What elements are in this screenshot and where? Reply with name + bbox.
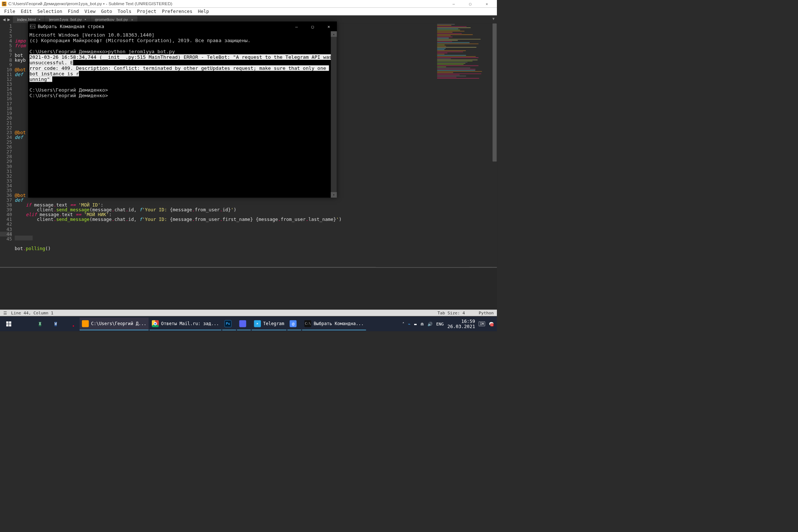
windows-taskbar: X W C:\Users\Георгий Д...Ответы Mail.ru:…	[0, 317, 497, 331]
menu-tools[interactable]: Tools	[115, 8, 134, 14]
menu-project[interactable]: Project	[134, 8, 159, 14]
tray-volume-icon[interactable]: 🔊	[427, 321, 433, 326]
cmd-minimize-button[interactable]: —	[289, 22, 305, 31]
svg-rect-3	[9, 324, 11, 326]
tray-wifi-icon[interactable]: ⋒	[420, 321, 424, 326]
tray-notifications-icon[interactable]: 💬1	[489, 321, 494, 326]
side-toggle-icon[interactable]: ▼	[492, 16, 495, 21]
taskbar-app[interactable]: C:\Users\Георгий Д...	[79, 317, 149, 330]
sublime-app-icon	[2, 1, 6, 6]
command-prompt-window[interactable]: C:\ Выбрать Командная строка — ▢ ✕ Micro…	[28, 22, 337, 198]
menu-view[interactable]: View	[82, 8, 98, 14]
menu-goto[interactable]: Goto	[98, 8, 115, 14]
taskbar-app[interactable]	[287, 317, 301, 330]
taskbar-opera[interactable]	[64, 317, 78, 331]
taskbar-app[interactable]: C:\Выбрать Командна...	[302, 317, 366, 330]
cmd-icon: C:\	[30, 24, 35, 28]
tab-history-nav[interactable]: ◀▶	[0, 16, 13, 23]
line-gutter: 1234567891011121314151617181920212223242…	[0, 23, 15, 267]
svg-rect-0	[6, 321, 8, 324]
taskbar-app[interactable]: Ответы Mail.ru: зад...	[150, 317, 221, 330]
menu-file[interactable]: File	[1, 8, 18, 14]
window-title: C:\Users\Георгий Демиденко\jerom1yya_bot…	[8, 1, 445, 6]
menu-preferences[interactable]: Preferences	[159, 8, 195, 14]
tray-ime-icon[interactable]: IM	[479, 322, 485, 326]
status-bar: ☰ Line 44, Column 1 Tab Size: 4 Python	[0, 310, 497, 316]
menu-edit[interactable]: Edit	[18, 8, 35, 14]
taskbar-explorer[interactable]	[17, 317, 31, 331]
current-line-highlight	[15, 236, 33, 241]
tray-chevron-icon[interactable]: ˄	[402, 321, 405, 326]
system-tray[interactable]: ˄ ⌁ ▬ ⋒ 🔊 ENG 16:59 26.03.2021 IM 💬1	[402, 319, 497, 329]
status-syntax[interactable]: Python	[479, 310, 494, 315]
status-tab-size[interactable]: Tab Size: 4	[437, 310, 465, 315]
tray-battery-icon[interactable]: ▬	[414, 321, 417, 326]
minimap[interactable]	[437, 24, 490, 79]
start-button[interactable]	[2, 317, 16, 331]
menu-selection[interactable]: Selection	[35, 8, 65, 14]
cmd-close-button[interactable]: ✕	[321, 22, 337, 31]
svg-rect-1	[9, 321, 11, 324]
editor-scrollbar[interactable]	[492, 23, 497, 267]
cmd-title-bar[interactable]: C:\ Выбрать Командная строка — ▢ ✕	[28, 22, 337, 31]
taskbar-word[interactable]: W	[49, 317, 62, 331]
tray-language[interactable]: ENG	[436, 321, 444, 326]
build-output-panel[interactable]	[0, 267, 497, 310]
tray-bluetooth-icon[interactable]: ⌁	[408, 321, 410, 326]
close-button[interactable]: ✕	[478, 0, 495, 8]
cmd-output[interactable]: Microsoft Windows [Version 10.0.18363.14…	[28, 31, 337, 198]
taskbar-app[interactable]	[237, 317, 250, 330]
taskbar-app[interactable]: Telegram	[252, 317, 286, 330]
taskbar-app[interactable]: Ps	[222, 317, 236, 330]
minimize-button[interactable]: —	[446, 0, 462, 8]
cmd-scrollbar[interactable]: ▴▾	[331, 31, 337, 198]
cmd-maximize-button[interactable]: ▢	[304, 22, 321, 31]
menu-find[interactable]: Find	[65, 8, 82, 14]
menu-bar: FileEditSelectionFindViewGotoToolsProjec…	[0, 8, 497, 16]
tray-clock[interactable]: 16:59 26.03.2021	[447, 319, 475, 329]
maximize-button[interactable]: ▢	[462, 0, 478, 8]
taskbar-excel[interactable]: X	[33, 317, 47, 331]
panel-switcher-icon[interactable]: ☰	[3, 310, 7, 315]
cmd-title-text: Выбрать Командная строка	[38, 24, 104, 29]
menu-help[interactable]: Help	[195, 8, 212, 14]
status-line-col[interactable]: Line 44, Column 1	[11, 310, 54, 315]
title-bar: C:\Users\Георгий Демиденко\jerom1yya_bot…	[0, 0, 497, 8]
svg-rect-2	[6, 324, 8, 326]
